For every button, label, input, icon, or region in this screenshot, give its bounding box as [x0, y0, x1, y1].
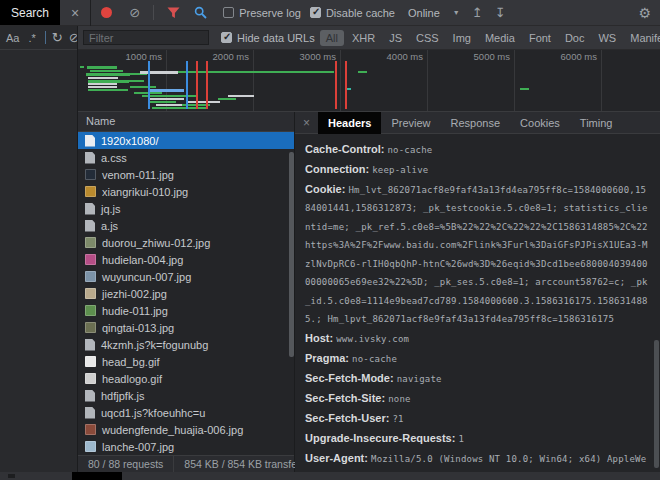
- request-list-panel: Name 1920x1080/a.cssvenom-011.jpgxiangri…: [78, 112, 295, 472]
- gear-icon[interactable]: ⚙: [638, 5, 651, 21]
- waterfall-bar: [150, 98, 184, 100]
- export-har-icon[interactable]: ↧: [495, 5, 506, 20]
- disable-cache-checkbox[interactable]: [310, 7, 321, 18]
- header-value: no-cache: [388, 145, 433, 155]
- waterfall-bar: [87, 66, 117, 69]
- close-search-icon[interactable]: ×: [71, 5, 79, 21]
- request-row[interactable]: qingtai-013.jpg: [78, 319, 294, 336]
- request-row[interactable]: xiangrikui-010.jpg: [78, 183, 294, 200]
- filter-pill-manifest[interactable]: Manifest: [624, 30, 660, 46]
- request-row[interactable]: hudielan-004.jpg: [78, 251, 294, 268]
- tab-search-label: Search: [11, 6, 49, 20]
- request-row[interactable]: 1920x1080/: [78, 132, 294, 149]
- request-row[interactable]: uqcd1.js?kfoeuhhc=u: [78, 404, 294, 421]
- filter-pill-font[interactable]: Font: [523, 30, 557, 46]
- request-row[interactable]: jiezhi-002.jpg: [78, 285, 294, 302]
- import-har-icon[interactable]: ↥: [472, 5, 483, 20]
- tab-search[interactable]: Search: [0, 0, 60, 25]
- clear-icon[interactable]: ⊘: [129, 6, 140, 19]
- overview-gridline: [340, 50, 341, 111]
- request-name: a.css: [101, 152, 127, 164]
- filter-input[interactable]: [83, 30, 209, 45]
- network-overview[interactable]: 1000 ms2000 ms3000 ms4000 ms5000 ms6000 …: [78, 50, 660, 112]
- filter-funnel-icon[interactable]: [167, 7, 180, 19]
- search-icon[interactable]: [194, 6, 207, 19]
- file-icon: [85, 390, 95, 402]
- request-name: headlogo.gif: [102, 373, 162, 385]
- request-row[interactable]: lanche-007.jpg: [78, 438, 294, 455]
- filter-pill-ws[interactable]: WS: [592, 30, 622, 46]
- image-thumb-icon: [85, 373, 96, 384]
- tab-headers[interactable]: Headers: [318, 112, 381, 134]
- header-value: none: [388, 394, 410, 404]
- details-tabs: × HeadersPreviewResponseCookiesTiming: [295, 112, 660, 134]
- request-row[interactable]: hudie-011.jpg: [78, 302, 294, 319]
- headers-list: Cache-Control: no-cacheConnection: keep-…: [305, 141, 650, 473]
- filter-pill-media[interactable]: Media: [479, 30, 521, 46]
- event-line: [206, 61, 208, 109]
- request-row[interactable]: duorou_zhiwu-012.jpg: [78, 234, 294, 251]
- header-name: Upgrade-Insecure-Requests:: [305, 432, 458, 444]
- throttling-dropdown[interactable]: Online: [408, 7, 440, 19]
- header-line: Cookie: Hm_lvt_862071acf8e9faf43a13fd4ea…: [305, 181, 650, 329]
- request-name: head_bg.gif: [102, 356, 160, 368]
- request-name: uqcd1.js?kfoeuhhc=u: [101, 407, 205, 419]
- header-value: 1: [458, 434, 464, 444]
- drawer-strip: [0, 472, 660, 480]
- details-scrollbar[interactable]: [654, 340, 659, 468]
- name-column-label: Name: [86, 115, 115, 127]
- file-icon: [85, 407, 95, 419]
- filter-pill-xhr[interactable]: XHR: [346, 30, 381, 46]
- request-row[interactable]: jq.js: [78, 200, 294, 217]
- request-row[interactable]: 4kzmh.js?k=fogunubg: [78, 336, 294, 353]
- filter-pill-img[interactable]: Img: [447, 30, 477, 46]
- close-details-icon[interactable]: ×: [295, 116, 318, 130]
- tab-response[interactable]: Response: [441, 112, 511, 134]
- waterfall-bar: [148, 101, 176, 103]
- request-row[interactable]: a.js: [78, 217, 294, 234]
- overview-tick-label: 5000 ms: [430, 51, 510, 62]
- request-list-scrollbar[interactable]: [289, 152, 294, 357]
- request-name: hdfjpfk.js: [101, 390, 144, 402]
- request-row[interactable]: headlogo.gif: [78, 370, 294, 387]
- drawer-tab[interactable]: [72, 472, 122, 480]
- name-column-header[interactable]: Name: [78, 112, 294, 132]
- filter-pill-js[interactable]: JS: [383, 30, 408, 46]
- match-case-icon[interactable]: Aa: [6, 32, 19, 44]
- waterfall-bar: [178, 71, 334, 73]
- hide-data-urls-checkbox[interactable]: [221, 32, 232, 43]
- clipped-header-line: q=0.9,image/webp,image/apng,*/*;q=0.8,ap…: [305, 134, 650, 139]
- request-row[interactable]: a.css: [78, 149, 294, 166]
- regex-icon[interactable]: .*: [28, 32, 35, 44]
- request-row[interactable]: venom-011.jpg: [78, 166, 294, 183]
- tab-timing[interactable]: Timing: [570, 112, 623, 134]
- header-name: Cookie:: [305, 183, 348, 195]
- clear-search-icon[interactable]: ⊘: [69, 30, 77, 45]
- waterfall-bar: [90, 70, 123, 72]
- header-line: Connection: keep-alive: [305, 161, 650, 180]
- request-row[interactable]: wudengfende_huajia-006.jpg: [78, 421, 294, 438]
- request-row[interactable]: hdfjpfk.js: [78, 387, 294, 404]
- header-name: User-Agent:: [305, 452, 371, 464]
- header-name: Pragma:: [305, 352, 352, 364]
- waterfall-bar: [80, 66, 84, 68]
- waterfall-bar: [160, 95, 198, 97]
- filter-pill-css[interactable]: CSS: [410, 30, 445, 46]
- overview-gridline: [601, 50, 602, 111]
- header-name: Cache-Control:: [305, 143, 388, 155]
- request-row[interactable]: wuyuncun-007.jpg: [78, 268, 294, 285]
- tab-preview[interactable]: Preview: [381, 112, 440, 134]
- record-button[interactable]: [101, 7, 112, 18]
- waterfall-bar: [88, 86, 117, 88]
- request-row[interactable]: head_bg.gif: [78, 353, 294, 370]
- request-name: 4kzmh.js?k=fogunubg: [101, 339, 208, 351]
- file-icon: [85, 220, 95, 232]
- preserve-log-checkbox[interactable]: [223, 7, 234, 18]
- tab-cookies[interactable]: Cookies: [510, 112, 570, 134]
- filter-pill-doc[interactable]: Doc: [559, 30, 591, 46]
- request-name: xiangrikui-010.jpg: [102, 186, 188, 198]
- event-line: [186, 61, 188, 109]
- refresh-icon[interactable]: ↻: [52, 30, 63, 45]
- chevron-down-icon[interactable]: ▼: [453, 9, 460, 16]
- filter-pill-all[interactable]: All: [320, 30, 344, 46]
